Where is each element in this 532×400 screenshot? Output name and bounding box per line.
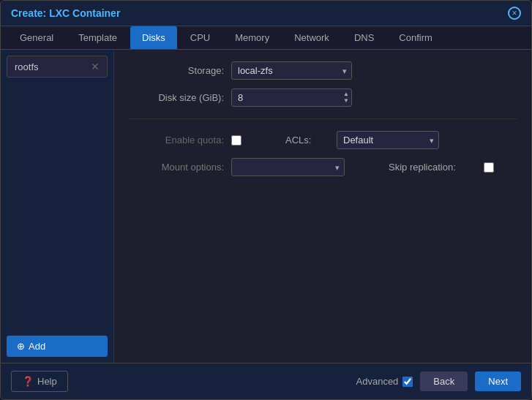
tab-dns[interactable]: DNS [342,26,386,49]
skip-replication-row: Skip replication: [389,162,494,173]
acls-row: ACLs: Default Enabled Disabled [285,131,439,149]
dialog-footer: ❓ Help Advanced Back Next [1,363,531,399]
mount-options-label: Mount options: [129,162,224,173]
main-content: rootfs ✕ ⊕ Add Storage: local-zfs local … [1,50,531,363]
disk-form-panel: Storage: local-zfs local local-lvm Disk … [114,50,531,363]
disk-size-input[interactable] [231,88,352,107]
tab-network[interactable]: Network [282,26,341,49]
mount-options-select[interactable] [231,158,345,176]
tab-memory[interactable]: Memory [223,26,281,49]
tab-template[interactable]: Template [67,26,129,49]
enable-quota-row: Enable quota: [129,135,241,146]
tab-disks[interactable]: Disks [130,26,177,49]
spinner-up[interactable]: ▲ [342,91,351,97]
sidebar-disk-rootfs[interactable]: rootfs ✕ [7,56,108,78]
disk-size-row: Disk size (GiB): ▲ ▼ [129,88,517,107]
acls-label: ACLs: [285,135,329,146]
disk-size-label: Disk size (GiB): [129,92,224,103]
enable-quota-checkbox[interactable] [231,135,241,146]
acls-select[interactable]: Default Enabled Disabled [337,131,439,149]
help-icon: ❓ [22,376,34,387]
disk-label: rootfs [15,61,39,72]
section-divider [129,118,517,119]
help-button[interactable]: ❓ Help [11,371,68,392]
storage-label: Storage: [129,65,224,76]
disk-size-wrapper: ▲ ▼ [231,88,352,107]
disk-size-spinners: ▲ ▼ [342,88,351,107]
delete-disk-icon[interactable]: ✕ [91,61,100,72]
dialog: Create: LXC Container × General Template… [0,0,532,400]
advanced-checkbox[interactable] [402,377,413,387]
enable-quota-label: Enable quota: [129,135,224,146]
disk-sidebar: rootfs ✕ ⊕ Add [1,50,114,363]
storage-select[interactable]: local-zfs local local-lvm [231,61,352,80]
skip-replication-label: Skip replication: [389,162,476,173]
footer-actions: Advanced Back Next [356,371,521,391]
skip-replication-checkbox[interactable] [484,162,494,173]
next-button[interactable]: Next [475,371,521,391]
add-disk-button[interactable]: ⊕ Add [7,336,108,357]
help-label: Help [37,376,57,387]
tab-confirm[interactable]: Confirm [387,26,444,49]
add-button-label: Add [29,341,45,352]
storage-row: Storage: local-zfs local local-lvm [129,61,517,80]
dialog-title: Create: LXC Container [11,7,120,19]
title-bar: Create: LXC Container × [1,1,531,26]
back-button[interactable]: Back [420,371,468,391]
tab-general[interactable]: General [8,26,65,49]
acls-select-wrapper: Default Enabled Disabled [337,131,439,149]
advanced-label: Advanced [356,376,399,387]
close-button[interactable]: × [508,7,521,20]
tab-cpu[interactable]: CPU [179,26,222,49]
advanced-checkbox-label[interactable]: Advanced [356,376,413,387]
mount-options-select-wrapper [231,158,345,176]
storage-select-wrapper: local-zfs local local-lvm [231,61,352,80]
spinner-down[interactable]: ▼ [342,98,351,104]
tab-bar: General Template Disks CPU Memory Networ… [1,26,531,50]
mount-options-row: Mount options: [129,158,345,176]
plus-icon: ⊕ [17,341,25,352]
